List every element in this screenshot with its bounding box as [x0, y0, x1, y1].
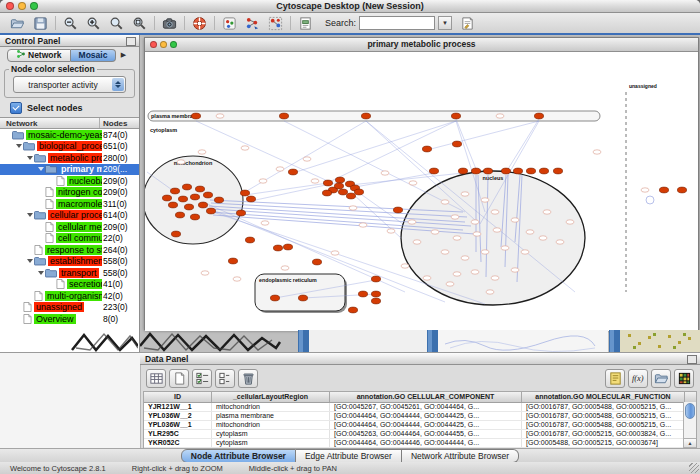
tree-item-cellular-process[interactable]: cellular process614(0)	[0, 210, 139, 222]
tree-item-secretion[interactable]: secretion41(0)	[0, 279, 139, 291]
select-all-attributes-icon[interactable]	[146, 369, 166, 388]
zoom-fit-icon[interactable]	[128, 14, 151, 32]
tree-item-cellular-metabo[interactable]: cellular metabo209(0)	[0, 221, 139, 233]
tree-item-nitrogen-compo[interactable]: nitrogen compo209(0)	[0, 187, 139, 199]
column-header-1[interactable]: _cellularLayoutRegion	[212, 392, 330, 402]
tree-item-node-count: 41(0)	[103, 279, 123, 289]
zoom-selected-icon[interactable]	[105, 14, 128, 32]
table-row[interactable]: YPL036W__1mitochondrion[GO:0044464, GO:0…	[144, 421, 696, 430]
folder-icon	[34, 256, 46, 266]
import-table-icon[interactable]	[651, 369, 671, 388]
column-header-0[interactable]: ID	[144, 392, 212, 402]
gene-node-highlighted	[322, 190, 331, 196]
expand-arrow-icon[interactable]	[15, 144, 23, 148]
float-panel-icon[interactable]	[126, 37, 136, 46]
tree-item-overview[interactable]: Overview8(0)	[0, 313, 139, 325]
control-panel-title: Control Panel	[5, 36, 60, 46]
table-cell: [GO:0044464, GO:0044446, GO:0044444, G..…	[330, 439, 522, 447]
plugin-icon[interactable]	[294, 14, 317, 32]
tree-item-macromolecule[interactable]: macromolecule311(0)	[0, 198, 139, 210]
tab-node-attribute-browser[interactable]: Node Attribute Browser	[181, 449, 296, 463]
gene-node	[281, 266, 289, 270]
tree-item-primary-metabo[interactable]: primary metabo209(...	[0, 164, 139, 176]
gene-node-highlighted	[236, 210, 245, 216]
gene-node-highlighted	[371, 291, 380, 297]
node-color-select-value: transporter activity	[14, 80, 112, 90]
cytoscape-window: Cytoscape Desktop (New Session) Search: …	[0, 0, 700, 474]
network-canvas[interactable]: plasma membranecytoplasmmitochondrionnuc…	[145, 52, 698, 331]
snapshot-icon[interactable]	[158, 14, 181, 32]
select-nodes-checkbox[interactable]	[10, 102, 22, 114]
table-cell: YLR295C	[144, 430, 212, 438]
node-color-select[interactable]: transporter activity	[13, 76, 126, 93]
tab-mosaic[interactable]: Mosaic	[71, 49, 117, 62]
expand-arrow-icon[interactable]	[26, 213, 34, 217]
table-row[interactable]: YLR295Ccytoplasm[GO:0045263, GO:0044464,…	[144, 430, 696, 439]
layout-network-icon[interactable]	[241, 14, 264, 32]
tree-item-node-count: 209(0)	[103, 222, 128, 232]
expand-arrow-icon[interactable]	[26, 156, 34, 160]
notes-icon[interactable]	[605, 369, 625, 388]
tree-item-node-count: 264(0)	[103, 245, 128, 255]
table-cell: cytoplasm	[212, 430, 330, 438]
tab-network[interactable]: Network	[7, 49, 71, 62]
gene-node-highlighted	[206, 208, 215, 214]
gene-node	[198, 150, 206, 154]
tree-item-cell-communicat[interactable]: cell communicat22(0)	[0, 233, 139, 245]
tab-overflow-arrow[interactable]: ▶	[116, 49, 128, 62]
expand-arrow-icon[interactable]	[37, 167, 45, 171]
network-tree-header[interactable]: Network Nodes	[0, 117, 139, 129]
select-attributes-icon[interactable]	[192, 369, 212, 388]
tree-item-metabolic-process[interactable]: metabolic process280(0)	[0, 152, 139, 164]
column-header-2[interactable]: annotation.GO CELLULAR_COMPONENT	[330, 392, 522, 402]
create-attribute-icon[interactable]	[169, 369, 189, 388]
delete-attribute-icon[interactable]	[238, 369, 258, 388]
float-data-panel-icon[interactable]	[687, 355, 697, 364]
heatmap-icon[interactable]	[674, 369, 694, 388]
open-icon[interactable]	[6, 14, 29, 32]
gene-node-highlighted	[323, 180, 332, 186]
expand-arrow-icon[interactable]	[37, 271, 45, 275]
network-overview-thumbnail[interactable]	[0, 330, 138, 352]
column-header-3[interactable]: annotation.GO MOLECULAR_FUNCTION	[522, 392, 685, 402]
table-cell: [GO:0016787, GO:0005215, GO:0003824, G..…	[522, 430, 685, 438]
tree-item-transport[interactable]: transport558(0)	[0, 267, 139, 279]
gene-node-highlighted	[659, 187, 668, 193]
zoom-out-icon[interactable]	[59, 14, 82, 32]
resize-grip[interactable]	[689, 463, 699, 473]
tree-item-nucleobase-[interactable]: nucleobase-209(0)	[0, 175, 139, 187]
search-input[interactable]	[359, 16, 435, 30]
table-row[interactable]: YKR052Ccytoplasm[GO:0044464, GO:0044446,…	[144, 439, 696, 448]
tree-item-label: nitrogen compo	[56, 187, 102, 197]
vizmapper-icon[interactable]	[218, 14, 241, 32]
gene-node	[481, 250, 489, 254]
table-row[interactable]: YPL036W__2plasma membrane[GO:0044464, GO…	[144, 412, 696, 421]
unselect-attributes-icon[interactable]	[215, 369, 235, 388]
tree-item-unassigned[interactable]: unassigned223(0)	[0, 302, 139, 314]
gene-node-highlighted	[203, 192, 212, 198]
network-window-titlebar[interactable]: primary metabolic process	[145, 38, 698, 52]
table-cell: [GO:0044464, GO:0044444, GO:0044425, G..…	[330, 412, 522, 420]
gene-node-highlighted	[361, 113, 370, 119]
tab-edge-attribute-browser[interactable]: Edge Attribute Browser	[296, 449, 402, 463]
scrollbar-thumb[interactable]	[685, 403, 695, 419]
select-network-icon[interactable]	[264, 14, 287, 32]
tree-item-establishment-of-lo[interactable]: establishment of lo558(0)	[0, 256, 139, 268]
save-icon[interactable]	[29, 14, 52, 32]
tree-item-label: nucleobase-	[67, 176, 102, 186]
search-options-button[interactable]: ▼	[438, 16, 452, 30]
expand-arrow-icon[interactable]	[26, 259, 34, 263]
gene-node-highlighted	[526, 168, 535, 174]
tree-item-biological-process[interactable]: biological_process651(0)	[0, 141, 139, 153]
tree-item-multi-organism-pro[interactable]: multi-organism pro42(0)	[0, 290, 139, 302]
table-row[interactable]: YJR121W__1mitochondrion[GO:0045267, GO:0…	[144, 403, 696, 412]
formula-icon[interactable]: f(x)	[628, 369, 648, 388]
table-cell: [GO:0016787, GO:0005488, GO:0005215, G..…	[522, 403, 685, 411]
tree-item-mosaic-demo-yeast[interactable]: mosaic-demo-yeast874(0)	[0, 129, 139, 141]
zoom-in-icon[interactable]	[82, 14, 105, 32]
tree-item-response-to-stimulu[interactable]: response to stimulu264(0)	[0, 244, 139, 256]
help-icon[interactable]	[188, 14, 211, 32]
status-pan-hint: Middle-click + drag to PAN	[249, 464, 337, 473]
tab-network-attribute-browser[interactable]: Network Attribute Browser	[402, 449, 519, 463]
annotation-icon[interactable]	[456, 14, 479, 32]
